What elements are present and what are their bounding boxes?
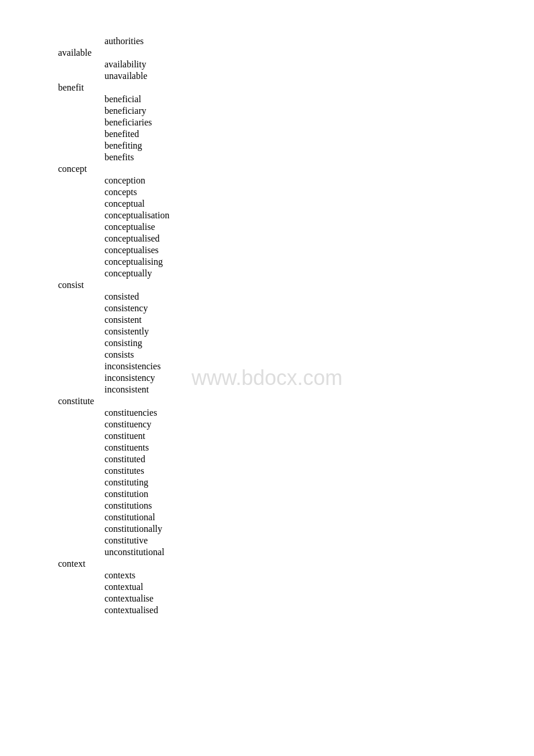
child-word: constituency [58, 419, 534, 430]
child-word: conceptualising [58, 257, 534, 267]
child-word: benefited [58, 129, 534, 139]
child-word: consisting [58, 338, 534, 348]
child-word: conceptualisation [58, 210, 534, 221]
child-word: contextualised [58, 605, 534, 615]
child-word: constituted [58, 454, 534, 465]
root-word: constitute [58, 396, 534, 406]
child-word: conceptual [58, 199, 534, 209]
root-word: consist [58, 280, 534, 290]
child-word: authorities [58, 36, 534, 46]
child-word: constituent [58, 431, 534, 441]
child-word: contextualise [58, 593, 534, 604]
child-word: conceptualises [58, 245, 534, 255]
root-word: context [58, 559, 534, 569]
child-word: benefits [58, 152, 534, 163]
child-word: constitutes [58, 466, 534, 476]
child-word: beneficial [58, 94, 534, 105]
child-word: conceptualised [58, 233, 534, 244]
child-word: constitutionally [58, 524, 534, 534]
child-word: constituencies [58, 408, 534, 418]
child-word: conceptually [58, 268, 534, 279]
child-word: constitutional [58, 512, 534, 523]
root-word: available [58, 48, 534, 58]
child-word: conception [58, 175, 534, 186]
root-word: benefit [58, 82, 534, 93]
child-word: contextual [58, 582, 534, 592]
child-word: inconsistencies [58, 361, 534, 372]
child-word: conceptualise [58, 222, 534, 232]
child-word: contexts [58, 570, 534, 581]
child-word: consistency [58, 303, 534, 314]
child-word: concepts [58, 187, 534, 197]
child-word: unconstitutional [58, 547, 534, 557]
child-word: constitution [58, 489, 534, 499]
child-word: beneficiary [58, 106, 534, 116]
child-word: beneficiaries [58, 117, 534, 128]
child-word: inconsistent [58, 384, 534, 395]
child-word: unavailable [58, 71, 534, 81]
child-word: consistently [58, 326, 534, 337]
child-word: constitutive [58, 535, 534, 546]
child-word: consistent [58, 315, 534, 325]
child-word: constitutions [58, 501, 534, 511]
child-word: availability [58, 59, 534, 70]
child-word: constituents [58, 442, 534, 453]
child-word: consisted [58, 291, 534, 302]
child-word: inconsistency [58, 373, 534, 383]
root-word: concept [58, 164, 534, 174]
child-word: consists [58, 350, 534, 360]
word-list: authoritiesavailableavailabilityunavaila… [0, 36, 534, 615]
child-word: benefiting [58, 141, 534, 151]
child-word: constituting [58, 477, 534, 488]
